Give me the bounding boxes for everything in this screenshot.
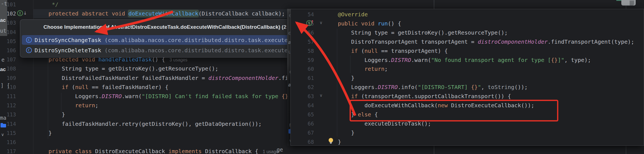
code-text: } <box>324 74 354 83</box>
indent-guide <box>350 101 350 119</box>
partial-icon-notch <box>630 1 634 6</box>
code-line-67: 67 } <box>291 128 644 137</box>
indent-guide <box>350 55 350 73</box>
line-number: 67 <box>298 128 314 137</box>
class-icon: C <box>26 37 32 43</box>
fold-chevron-icon[interactable]: ∨ <box>317 48 323 53</box>
usages-inlay-hint[interactable]: 3 usages <box>170 58 188 62</box>
code-text: failedTaskHandler.retry(getDistroKey(), … <box>35 119 262 129</box>
code-text: Loggers.DISTRO.warn("No found transport … <box>324 56 591 65</box>
clipped-text-fragment: ac <box>0 66 6 72</box>
code-text: doExecuteWithCallback(new DistroExecuteC… <box>324 101 534 110</box>
line-number: 58 <box>298 46 314 56</box>
code-line-68: 68 } <box>291 137 644 147</box>
code-line-108: 108 String type = getDistroKey().getReso… <box>0 64 290 73</box>
clipped-text-fragment: ge <box>277 147 283 153</box>
code-line-116: 116 <box>0 138 290 147</box>
clipped-text-fragment: ac <box>0 17 6 23</box>
code-text: @Override <box>324 10 368 19</box>
code-text: DistroFailedTaskHandler failedTaskHandle… <box>35 74 288 83</box>
code-text: return; <box>324 64 388 74</box>
fold-chevron-icon[interactable]: ∨ <box>317 93 323 98</box>
line-number: 59 <box>298 56 314 65</box>
line-number: 63 <box>298 92 314 101</box>
code-line-110: 110 if (null == failedTaskHandler) { <box>0 83 290 92</box>
code-line-101: 101 */ <box>0 0 290 9</box>
package-name: (com.alibaba.nacos.core.distributed.dist… <box>101 37 288 43</box>
ide-window: 101 */102I↓ protected abstract void doEx… <box>0 0 644 154</box>
line-number: 57 <box>298 37 314 46</box>
code-line-62: 62 Loggers.DISTRO.info("[DISTRO-START] {… <box>291 83 644 92</box>
fold-chevron-icon[interactable]: ∨ <box>317 20 323 25</box>
popup-title: Choose Implementation of AbstractDistroE… <box>43 24 293 30</box>
code-line-59: 59 Loggers.DISTRO.warn("No found transpo… <box>291 56 644 65</box>
code-text: Loggers.DISTRO.warn("[DISTRO] Can't find… <box>35 92 292 101</box>
code-text: if (null == failedTaskHandler) { <box>35 83 168 92</box>
code-text: } else { <box>324 110 378 119</box>
clipped-text-fragment: ma <box>0 115 6 121</box>
code-line-111: 111 Loggers.DISTRO.warn("[DISTRO] Can't … <box>0 92 290 101</box>
code-text: */ <box>35 0 58 9</box>
clipped-text-fragment: ] [ <box>1 82 10 88</box>
code-text: public void run() { <box>324 19 401 28</box>
code-line-112: 112 return; <box>0 101 290 110</box>
implements-method-icon[interactable]: I↑ <box>306 20 314 26</box>
choose-implementation-popup: Choose Implementation of AbstractDistroE… <box>20 19 289 58</box>
code-text: Loggers.DISTRO.info("[DISTRO-START] {}",… <box>324 83 528 92</box>
implementation-option-DistroSyncChangeTask[interactable]: CDistroSyncChangeTask (com.alibaba.nacos… <box>22 35 289 45</box>
code-text: if (transportAgent.supportCallbackTransp… <box>324 92 511 101</box>
line-number: 65 <box>298 110 314 119</box>
line-number: 61 <box>298 74 314 83</box>
clipped-window-edge-left: -tacuteac] [ma∨ <box>0 0 7 154</box>
code-line-60: 60 return; <box>291 64 644 74</box>
code-text: private class DistroExecuteCallback impl… <box>35 147 279 154</box>
code-text: } <box>35 110 65 119</box>
chevron-down-icon: ∨ <box>1 132 4 137</box>
code-text: } <box>35 129 52 138</box>
line-number: 64 <box>298 101 314 110</box>
is-implemented-icon[interactable]: I↓ <box>17 10 27 16</box>
code-line-63: 63∨ if (transportAgent.supportCallbackTr… <box>291 92 644 101</box>
code-line-102: 102I↓ protected abstract void doExecuteW… <box>0 9 290 18</box>
code-line-114: 114 failedTaskHandler.retry(getDistroKey… <box>0 119 290 129</box>
class-name: DistroSyncChangeTask <box>35 37 101 43</box>
line-number: 60 <box>298 64 314 74</box>
indent-guide <box>48 59 48 139</box>
folder-icon <box>1 124 6 127</box>
indent-guide <box>337 29 337 137</box>
editor-split-divider[interactable] <box>434 0 434 9</box>
scrollbar-track-line <box>626 146 626 154</box>
code-line-109: 109 DistroFailedTaskHandler failedTaskHa… <box>0 74 290 83</box>
clipped-text-fragment: -t <box>1 1 7 7</box>
editor-split-divider[interactable] <box>434 146 434 154</box>
code-line-65: 65 } else { <box>291 110 644 119</box>
code-text: DistroTransportAgent transportAgent = di… <box>324 37 634 46</box>
line-number: 68 <box>298 137 314 147</box>
code-line-57: 57 DistroTransportAgent transportAgent =… <box>291 37 644 46</box>
line-number: 54 <box>298 10 314 19</box>
code-line-56: 56 String type = getDistroKey().getResou… <box>291 28 644 37</box>
code-text: protected abstract void doExecuteWithCal… <box>35 9 285 18</box>
implementation-preview-pane[interactable]: 54 @Override55I↑∨ public void run() {56 … <box>290 9 644 146</box>
usages-inlay-hint[interactable]: 1 usage <box>263 149 279 154</box>
line-number: 62 <box>298 83 314 92</box>
clipped-text-fragment: e <box>1 57 4 63</box>
line-number: 56 <box>298 28 314 37</box>
code-text: if (null == transportAgent) { <box>324 46 448 56</box>
code-line-66: 66 executeDistroTask(); <box>291 119 644 128</box>
implementation-option-DistroSyncDeleteTask[interactable]: CDistroSyncDeleteTask (com.alibaba.nacos… <box>22 45 289 55</box>
package-name: (com.alibaba.nacos.core.distributed.dist… <box>101 47 288 54</box>
line-number: 66 <box>298 119 314 128</box>
code-line-58: 58∨ if (null == transportAgent) { <box>291 46 644 56</box>
code-line-54: 54 @Override <box>291 10 644 19</box>
code-text: return; <box>35 101 98 110</box>
indent-guide <box>61 93 61 112</box>
code-line-113: 113 } <box>0 110 290 119</box>
class-name: DistroSyncDeleteTask <box>35 47 101 54</box>
code-line-64: 64 doExecuteWithCallback(new DistroExecu… <box>291 101 644 110</box>
partial-icon <box>621 0 636 6</box>
code-line-115: 115 } <box>0 129 290 138</box>
clipped-text-fragment: ut <box>0 28 6 34</box>
code-line-117: 117 private class DistroExecuteCallback … <box>0 147 290 154</box>
intention-lightbulb-icon[interactable] <box>328 137 334 145</box>
